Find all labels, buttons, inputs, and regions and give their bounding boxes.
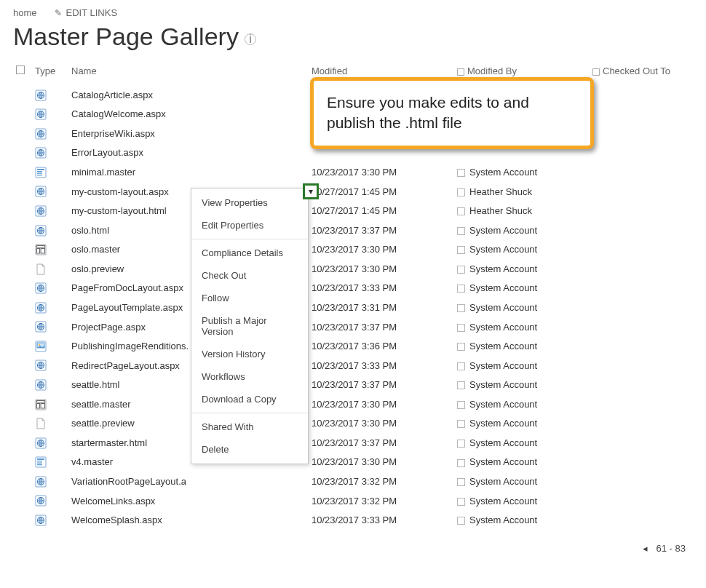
file-type-icon <box>35 90 47 101</box>
menu-item[interactable]: Shared With <box>191 416 308 438</box>
table-row[interactable]: my-custom-layout.aspx10/27/2017 1:45 PMH… <box>13 182 693 202</box>
table-row[interactable]: oslo.master10/23/2017 3:30 PMSystem Acco… <box>13 240 693 260</box>
file-name-link[interactable]: VariationRootPageLayout.a <box>71 476 186 487</box>
edit-links-label: EDIT LINKS <box>66 7 118 18</box>
file-type-icon <box>35 437 47 449</box>
file-name-link[interactable]: oslo.html <box>71 225 109 236</box>
row-checkbox[interactable] <box>457 420 465 428</box>
col-checked-out[interactable]: Checked Out To <box>590 61 693 85</box>
file-type-icon <box>35 341 47 352</box>
table-row[interactable]: oslo.preview10/23/2017 3:30 PMSystem Acc… <box>13 259 693 279</box>
table-row[interactable]: startermaster.html10/23/2017 3:37 PMSyst… <box>13 433 693 453</box>
row-checkbox[interactable] <box>457 304 465 312</box>
table-row[interactable]: RedirectPageLayout.aspx10/23/2017 3:33 P… <box>13 356 693 376</box>
file-type-icon <box>35 205 47 217</box>
file-name-link[interactable]: CatalogWelcome.aspx <box>71 108 166 119</box>
file-name-link[interactable]: my-custom-layout.aspx <box>71 186 169 197</box>
row-checkbox[interactable] <box>457 478 465 486</box>
table-row[interactable]: PageLayoutTemplate.aspx10/23/2017 3:31 P… <box>13 298 693 317</box>
menu-item[interactable]: Publish a Major Version <box>191 309 308 343</box>
info-icon[interactable]: i <box>245 33 256 45</box>
menu-item[interactable]: Workflows <box>191 365 308 388</box>
table-row[interactable]: v4.master10/23/2017 3:30 PMSystem Accoun… <box>13 453 693 472</box>
page-title: Master Page Gallery i <box>0 23 706 61</box>
table-row[interactable]: PublishingImageRenditions.10/23/2017 3:3… <box>13 336 693 356</box>
menu-item[interactable]: Follow <box>191 287 308 309</box>
table-row[interactable]: seattle.preview10/23/2017 3:30 PMSystem … <box>13 414 693 434</box>
file-name-link[interactable]: seattle.html <box>71 379 119 390</box>
file-type-icon <box>35 399 47 410</box>
row-checkbox[interactable] <box>457 324 465 332</box>
table-row[interactable]: minimal.master10/23/2017 3:30 PMSystem A… <box>13 162 693 182</box>
row-checkbox[interactable] <box>457 246 465 254</box>
table-row[interactable]: PageFromDocLayout.aspx10/23/2017 3:33 PM… <box>13 279 693 298</box>
col-name[interactable]: Name <box>68 61 309 85</box>
nav-home[interactable]: home <box>13 7 37 18</box>
menu-item[interactable]: Compliance Details <box>191 242 308 264</box>
row-checkbox[interactable] <box>457 207 465 215</box>
modified-by-cell: System Account <box>454 491 590 511</box>
row-checkbox[interactable] <box>457 401 465 409</box>
file-name-link[interactable]: PageFromDocLayout.aspx <box>71 282 183 293</box>
file-name-link[interactable]: ErrorLayout.aspx <box>71 147 143 158</box>
pager-prev-icon[interactable]: ◂ <box>643 543 648 554</box>
file-name-link[interactable]: v4.master <box>71 456 113 467</box>
menu-item[interactable]: Check Out <box>191 264 308 287</box>
table-row[interactable]: my-custom-layout.html10/27/2017 1:45 PMH… <box>13 201 693 220</box>
row-checkbox[interactable] <box>457 459 465 467</box>
file-name-link[interactable]: CatalogArticle.aspx <box>71 90 153 100</box>
row-checkbox[interactable] <box>457 266 465 274</box>
menu-item[interactable]: Version History <box>191 343 308 365</box>
item-menu-trigger[interactable]: ▾ <box>303 183 319 199</box>
edit-links-button[interactable]: ✎ EDIT LINKS <box>55 7 118 18</box>
table-row[interactable]: seattle.html10/23/2017 3:37 PMSystem Acc… <box>13 375 693 394</box>
menu-separator <box>191 413 308 413</box>
file-name-link[interactable]: startermaster.html <box>71 437 147 448</box>
menu-item[interactable]: Edit Properties <box>191 214 308 237</box>
row-checkbox[interactable] <box>457 362 465 370</box>
modified-by-cell: System Account <box>454 336 590 356</box>
row-checkbox[interactable] <box>457 285 465 293</box>
file-name-link[interactable]: EnterpriseWiki.aspx <box>71 128 155 139</box>
file-name-link[interactable]: oslo.preview <box>71 263 124 274</box>
file-name-link[interactable]: RedirectPageLayout.aspx <box>71 360 180 371</box>
file-name-link[interactable]: WelcomeSplash.aspx <box>71 514 162 525</box>
file-name-link[interactable]: oslo.master <box>71 244 120 255</box>
table-row[interactable]: oslo.html10/23/2017 3:37 PMSystem Accoun… <box>13 220 693 240</box>
file-type-icon <box>35 379 47 391</box>
row-checkbox[interactable] <box>457 227 465 235</box>
modified-cell: 10/27/2017 1:45 PM <box>309 182 454 202</box>
file-name-link[interactable]: PublishingImageRenditions. <box>71 341 189 351</box>
file-type-icon <box>35 282 47 294</box>
table-row[interactable]: ProjectPage.aspx10/23/2017 3:37 PMSystem… <box>13 317 693 337</box>
row-checkbox[interactable] <box>457 517 465 525</box>
table-row[interactable]: VariationRootPageLayout.a10/23/2017 3:32… <box>13 472 693 491</box>
file-name-link[interactable]: seattle.preview <box>71 418 135 429</box>
modified-cell: 10/23/2017 3:30 PM <box>309 240 454 260</box>
file-name-link[interactable]: my-custom-layout.html <box>71 205 167 216</box>
file-name-link[interactable]: WelcomeLinks.aspx <box>71 496 155 506</box>
menu-item[interactable]: View Properties <box>191 191 308 214</box>
file-name-link[interactable]: seattle.master <box>71 399 131 410</box>
col-type[interactable]: Type <box>32 61 68 85</box>
row-checkbox[interactable] <box>457 188 465 196</box>
row-checkbox[interactable] <box>457 381 465 389</box>
file-name-link[interactable]: minimal.master <box>71 167 135 178</box>
file-name-link[interactable]: ProjectPage.aspx <box>71 322 146 333</box>
modified-cell: 10/23/2017 3:37 PM <box>309 375 454 394</box>
file-name-link[interactable]: PageLayoutTemplate.aspx <box>71 302 183 313</box>
menu-item[interactable]: Download a Copy <box>191 388 308 410</box>
select-all-checkbox[interactable] <box>16 65 25 74</box>
table-row[interactable]: WelcomeLinks.aspx10/23/2017 3:32 PMSyste… <box>13 491 693 511</box>
modified-by-cell: System Account <box>454 162 590 182</box>
row-checkbox[interactable] <box>457 498 465 506</box>
row-checkbox[interactable] <box>457 440 465 448</box>
modified-by-cell: System Account <box>454 356 590 376</box>
table-row[interactable]: seattle.master10/23/2017 3:30 PMSystem A… <box>13 394 693 414</box>
table-row[interactable]: WelcomeSplash.aspx10/23/2017 3:33 PMSyst… <box>13 510 693 530</box>
modified-by-cell: System Account <box>454 453 590 472</box>
row-checkbox[interactable] <box>457 169 465 177</box>
menu-item[interactable]: Delete <box>191 438 308 461</box>
modified-by-cell: System Account <box>454 279 590 298</box>
row-checkbox[interactable] <box>457 343 465 351</box>
